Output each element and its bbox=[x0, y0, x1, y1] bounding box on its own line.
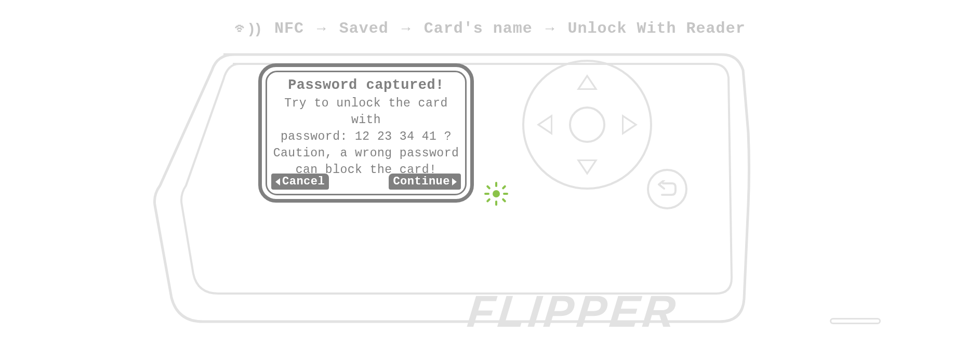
chevron-left-icon bbox=[275, 178, 280, 185]
continue-button[interactable]: Continue bbox=[389, 174, 461, 190]
arrow-icon: → bbox=[402, 21, 411, 37]
dpad-down-button[interactable] bbox=[577, 159, 598, 175]
breadcrumb-item: Card's name bbox=[424, 20, 533, 37]
screen-title: Password captured! bbox=[288, 77, 444, 93]
dpad-center-button[interactable] bbox=[569, 107, 605, 143]
sd-slot bbox=[830, 318, 881, 324]
screen-content: Password captured! Try to unlock the car… bbox=[266, 71, 467, 195]
screen-line: Caution, a wrong password bbox=[271, 145, 461, 162]
brand-logo: FLIPPER bbox=[465, 286, 681, 337]
dpad-up-button[interactable] bbox=[577, 74, 598, 90]
continue-label: Continue bbox=[393, 175, 450, 188]
screen-line: password: 12 23 34 41 ? bbox=[271, 128, 461, 145]
arrow-icon: → bbox=[546, 21, 555, 37]
back-button[interactable] bbox=[647, 169, 687, 209]
dpad-right-button[interactable] bbox=[622, 114, 638, 135]
cancel-button[interactable]: Cancel bbox=[271, 174, 329, 190]
cancel-label: Cancel bbox=[282, 175, 325, 188]
breadcrumb-item: Saved bbox=[339, 20, 389, 37]
screen-line: Try to unlock the card with bbox=[271, 95, 461, 128]
nfc-icon: ᯤ)) bbox=[234, 20, 260, 37]
chevron-right-icon bbox=[452, 178, 457, 185]
screen-message: Try to unlock the card with password: 12… bbox=[271, 95, 461, 178]
breadcrumb-item: NFC bbox=[274, 20, 304, 37]
device-screen: Password captured! Try to unlock the car… bbox=[258, 63, 474, 203]
breadcrumb-item: Unlock With Reader bbox=[568, 20, 746, 37]
breadcrumb: ᯤ)) NFC → Saved → Card's name → Unlock W… bbox=[0, 20, 980, 37]
status-led bbox=[484, 182, 508, 206]
dpad-left-button[interactable] bbox=[537, 114, 552, 135]
back-icon bbox=[657, 180, 678, 198]
arrow-icon: → bbox=[317, 21, 326, 37]
dpad bbox=[522, 60, 652, 190]
